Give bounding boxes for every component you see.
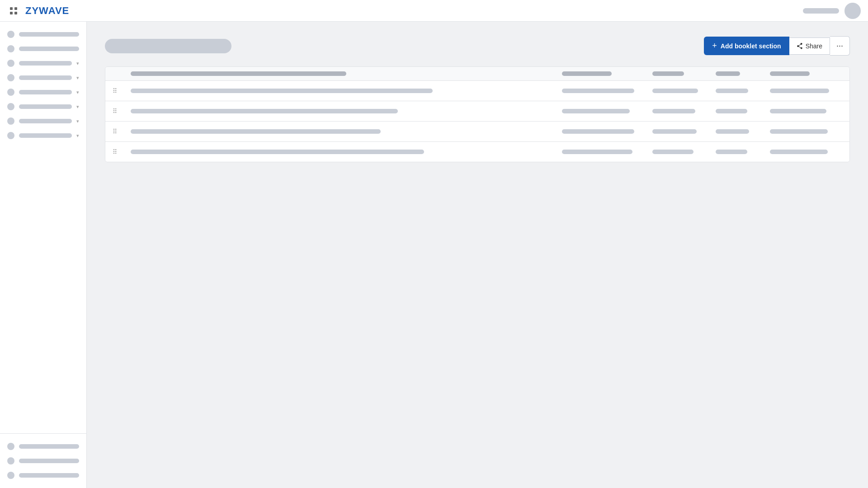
- sidebar-dot: [7, 74, 14, 81]
- th-drag: [113, 71, 131, 76]
- sidebar-item-label: [19, 47, 79, 51]
- row-col2-cell: [562, 129, 634, 134]
- sidebar-dot: [7, 472, 14, 479]
- sidebar-dot: [7, 60, 14, 67]
- row-col4-cell: [716, 89, 748, 93]
- sidebar-item-8[interactable]: ▾: [0, 128, 86, 143]
- sidebar-dot: [7, 31, 14, 38]
- row-col2-cell: [562, 150, 632, 154]
- th-col4: [716, 71, 740, 76]
- chevron-down-icon: ▾: [76, 89, 79, 95]
- main-content: + Add booklet section Share ···: [87, 22, 868, 488]
- sidebar-item-label: [19, 104, 72, 109]
- sidebar-item-4[interactable]: ▾: [0, 70, 86, 85]
- sidebar-item-label: [19, 75, 72, 80]
- sidebar-bottom-item-2[interactable]: [0, 454, 86, 468]
- sidebar-item-3[interactable]: ▾: [0, 56, 86, 70]
- sidebar-item-5[interactable]: ▾: [0, 85, 86, 99]
- app-logo: ZYWAVE: [25, 5, 69, 17]
- table-row: ⠿: [105, 122, 849, 142]
- svg-rect-2: [10, 12, 13, 14]
- row-col4-cell: [716, 129, 749, 134]
- sidebar-item-label: [19, 459, 79, 463]
- chevron-down-icon: ▾: [76, 104, 79, 110]
- more-options-icon: ···: [836, 41, 843, 51]
- nav-skeleton-bar: [803, 8, 839, 14]
- sidebar-dot: [7, 89, 14, 96]
- th-col5: [770, 71, 810, 76]
- row-name-cell: [131, 150, 424, 154]
- top-navigation: ZYWAVE: [0, 0, 868, 22]
- row-col2-cell: [562, 89, 634, 93]
- page-title: [105, 39, 231, 53]
- row-col2-cell: [562, 109, 630, 113]
- row-name-cell: [131, 89, 433, 93]
- svg-rect-3: [14, 12, 17, 14]
- share-label: Share: [806, 42, 822, 50]
- th-name: [131, 71, 346, 76]
- sidebar-dot: [7, 45, 14, 52]
- sidebar-dot: [7, 132, 14, 139]
- grid-menu-icon[interactable]: [7, 5, 20, 17]
- svg-rect-0: [10, 7, 13, 10]
- page-title-bar: + Add booklet section Share ···: [105, 36, 850, 56]
- sidebar-item-label: [19, 133, 72, 138]
- chevron-down-icon: ▾: [76, 133, 79, 139]
- table-header: [105, 67, 849, 81]
- chevron-down-icon: ▾: [76, 61, 79, 66]
- sidebar-item-1[interactable]: [0, 27, 86, 42]
- row-col5-cell: [770, 150, 828, 154]
- drag-handle-icon[interactable]: ⠿: [113, 128, 131, 135]
- th-col3: [652, 71, 684, 76]
- sidebar-item-6[interactable]: ▾: [0, 99, 86, 114]
- row-col3-cell: [652, 129, 697, 134]
- table-row: ⠿: [105, 142, 849, 162]
- sidebar-bottom-item-1[interactable]: [0, 439, 86, 454]
- sidebar-item-label: [19, 90, 72, 94]
- sidebar-bottom-item-3[interactable]: [0, 468, 86, 483]
- chevron-down-icon: ▾: [76, 75, 79, 81]
- drag-handle-icon[interactable]: ⠿: [113, 87, 131, 94]
- booklet-sections-table: ⠿ ⠿ ⠿ ⠿: [105, 66, 850, 162]
- sidebar-dot: [7, 457, 14, 465]
- add-booklet-section-button[interactable]: + Add booklet section: [704, 37, 789, 55]
- row-col3-cell: [652, 89, 698, 93]
- drag-handle-icon[interactable]: ⠿: [113, 148, 131, 155]
- sidebar-item-label: [19, 473, 79, 478]
- sidebar-item-2[interactable]: [0, 42, 86, 56]
- sidebar-dot: [7, 103, 14, 110]
- share-button[interactable]: Share: [789, 38, 830, 55]
- sidebar-item-label: [19, 61, 72, 66]
- sidebar-dot: [7, 443, 14, 450]
- sidebar-dot: [7, 117, 14, 125]
- action-buttons: + Add booklet section Share ···: [704, 36, 850, 56]
- row-col5-cell: [770, 109, 826, 113]
- share-icon: [797, 43, 803, 49]
- add-booklet-section-label: Add booklet section: [721, 42, 781, 50]
- sidebar-item-label: [19, 32, 79, 37]
- row-name-cell: [131, 109, 398, 113]
- svg-rect-1: [14, 7, 17, 10]
- row-col5-cell: [770, 129, 828, 134]
- nav-right-section: [803, 3, 861, 19]
- th-col2: [562, 71, 612, 76]
- plus-icon: +: [712, 41, 717, 51]
- sidebar-item-7[interactable]: ▾: [0, 114, 86, 128]
- drag-handle-icon[interactable]: ⠿: [113, 108, 131, 115]
- row-col5-cell: [770, 89, 829, 93]
- table-row: ⠿: [105, 101, 849, 122]
- row-col4-cell: [716, 109, 747, 113]
- row-name-cell: [131, 129, 381, 134]
- sidebar-item-label: [19, 119, 72, 123]
- more-options-button[interactable]: ···: [830, 36, 850, 56]
- sidebar: ▾ ▾ ▾ ▾ ▾ ▾: [0, 22, 87, 488]
- row-col4-cell: [716, 150, 747, 154]
- row-col3-cell: [652, 109, 695, 113]
- sidebar-item-label: [19, 444, 79, 449]
- avatar[interactable]: [844, 3, 861, 19]
- row-col3-cell: [652, 150, 693, 154]
- table-row: ⠿: [105, 81, 849, 101]
- chevron-down-icon: ▾: [76, 118, 79, 124]
